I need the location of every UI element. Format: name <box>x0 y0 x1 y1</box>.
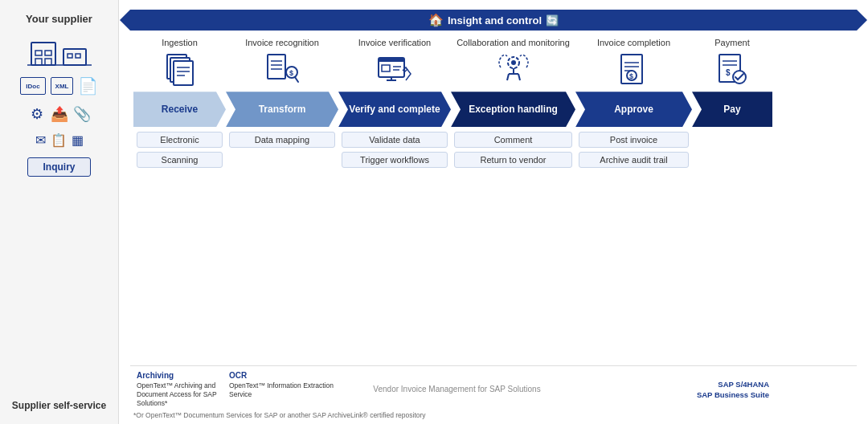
ocr-title: OCR <box>229 371 335 380</box>
copy-icon: 📋 <box>51 132 67 148</box>
svg-rect-1 <box>63 49 86 65</box>
insight-refresh-icon: 🔄 <box>546 14 559 26</box>
transform-label: Transform <box>259 104 306 115</box>
email-icons-row: ✉ 📋 ▦ <box>35 132 84 148</box>
details-approve: Post invoice Archive audit trail <box>575 132 692 362</box>
details-grid: Electronic Scanning Data mapping Validat… <box>130 132 857 362</box>
process-exception: Exception handling <box>451 92 575 127</box>
email-icon: ✉ <box>35 132 46 148</box>
trigger-workflows-item: Trigger workflows <box>342 152 448 168</box>
invoice-verification-label: Invoice verification <box>358 37 432 48</box>
format-icons-row: IDoc XML 📄 <box>20 76 98 96</box>
process-bar: Receive Transform Verify and complete Ex… <box>130 92 857 127</box>
footnote-text: *Or OpenText™ Documentum Services for SA… <box>133 411 426 419</box>
data-mapping-item: Data mapping <box>229 132 335 148</box>
process-verify: Verify and complete <box>338 92 451 127</box>
supplier-building-icon <box>27 35 92 67</box>
supplier-title: Your supplier <box>26 13 92 25</box>
validate-data-item: Validate data <box>342 132 448 148</box>
vendor-col: Vendor Invoice Management for SAP Soluti… <box>338 369 575 410</box>
svg-rect-2 <box>35 51 42 55</box>
sidebar: Your supplier IDoc XML 📄 ⚙ 📤 📎 ✉ 📋 ▦ Inq… <box>0 0 119 424</box>
svg-rect-22 <box>379 58 404 62</box>
invoice-recognition-label: Invoice recognition <box>245 37 319 48</box>
insight-arrow: 🏠 Insight and control 🔄 <box>130 10 857 31</box>
svg-rect-4 <box>35 59 42 65</box>
svg-rect-6 <box>68 54 72 58</box>
svg-text:$: $ <box>289 69 293 77</box>
ingestion-icon <box>161 51 199 87</box>
archive-audit-item: Archive audit trail <box>579 152 689 168</box>
pay-label: Pay <box>723 104 740 115</box>
upload-icon: 📤 <box>51 105 68 123</box>
stage-invoice-completion: Invoice completion $ <box>575 37 692 87</box>
bottom-section: Archiving OpenText™ Archiving and Docume… <box>130 365 857 410</box>
stage-collaboration: Collaboration and monitoring <box>451 37 575 87</box>
ocr-col: OCR OpenText™ Information Extraction Ser… <box>226 369 338 410</box>
svg-point-29 <box>511 60 516 65</box>
insight-home-icon: 🏠 <box>428 13 444 27</box>
archiving-product: OpenText™ Archiving and Document Access … <box>137 381 223 408</box>
svg-rect-5 <box>45 59 51 65</box>
details-receive: Electronic Scanning <box>133 132 226 362</box>
attachment-icon: 📎 <box>73 105 91 123</box>
receive-label: Receive <box>162 104 198 115</box>
return-vendor-item: Return to vendor <box>454 152 572 168</box>
invoice-verification-icon <box>375 51 414 87</box>
svg-rect-11 <box>174 61 193 85</box>
post-invoice-item: Post invoice <box>579 132 689 148</box>
invoice-completion-label: Invoice completion <box>597 37 670 48</box>
empty-col <box>575 369 692 410</box>
footnote: *Or OpenText™ Documentum Services for SA… <box>130 411 857 419</box>
svg-rect-23 <box>382 65 390 71</box>
main-content: 🏠 Insight and control 🔄 Ingestion Invoic… <box>119 0 868 424</box>
stage-ingestion: Ingestion <box>133 37 226 87</box>
self-service-label: Supplier self-service <box>12 400 106 411</box>
payment-label: Payment <box>714 37 749 48</box>
collaboration-icon <box>494 51 533 87</box>
archiving-col: Archiving OpenText™ Archiving and Docume… <box>133 369 226 410</box>
ocr-product: OpenText™ Information Extraction Service <box>229 381 335 399</box>
details-pay <box>692 132 772 362</box>
stage-invoice-verification: Invoice verification <box>338 37 451 87</box>
exception-label: Exception handling <box>469 104 558 115</box>
invoice-completion-icon: $ <box>615 51 653 87</box>
xml-label: XML <box>51 77 73 95</box>
process-pay: Pay <box>692 92 772 127</box>
format-icons-grid: ⚙ 📤 📎 <box>28 105 91 123</box>
inquiry-button[interactable]: Inquiry <box>27 157 90 177</box>
collaboration-label: Collaboration and monitoring <box>457 37 570 48</box>
comment-item: Comment <box>454 132 572 148</box>
process-receive: Receive <box>133 92 226 127</box>
electronic-item: Electronic <box>137 132 223 148</box>
svg-line-33 <box>518 74 520 80</box>
stage-invoice-recognition: Invoice recognition $ <box>226 37 338 87</box>
svg-line-32 <box>507 74 509 80</box>
details-verify: Validate data Trigger workflows <box>338 132 451 362</box>
stage-payment: Payment $ <box>692 37 772 87</box>
ingestion-label: Ingestion <box>162 37 198 48</box>
barcode-icon: ▦ <box>72 132 84 148</box>
insight-bar: 🏠 Insight and control 🔄 <box>130 8 857 32</box>
process-transform: Transform <box>226 92 338 127</box>
details-transform: Data mapping <box>226 132 338 362</box>
approve-label: Approve <box>614 104 653 115</box>
sap-text: SAP S/4HANASAP Business Suite <box>697 379 769 401</box>
svg-text:$: $ <box>629 72 633 80</box>
archiving-title: Archiving <box>137 371 223 380</box>
svg-text:$: $ <box>726 68 731 77</box>
sap-col: SAP S/4HANASAP Business Suite <box>692 369 772 410</box>
svg-rect-3 <box>45 51 51 55</box>
svg-rect-7 <box>76 54 80 58</box>
scanning-item: Scanning <box>137 152 223 168</box>
process-approve: Approve <box>575 92 692 127</box>
idoc-label: IDoc <box>20 77 46 95</box>
vendor-text: Vendor Invoice Management for SAP Soluti… <box>373 385 540 393</box>
pdf-icon: 📄 <box>78 76 98 96</box>
stages-header: Ingestion Invoice recognition $ <box>130 37 857 87</box>
payment-icon: $ <box>713 51 751 87</box>
invoice-recognition-icon: $ <box>263 51 301 87</box>
details-exception: Comment Return to vendor <box>451 132 575 362</box>
insight-label: Insight and control <box>448 14 542 26</box>
gear-icon: ⚙ <box>31 105 43 123</box>
